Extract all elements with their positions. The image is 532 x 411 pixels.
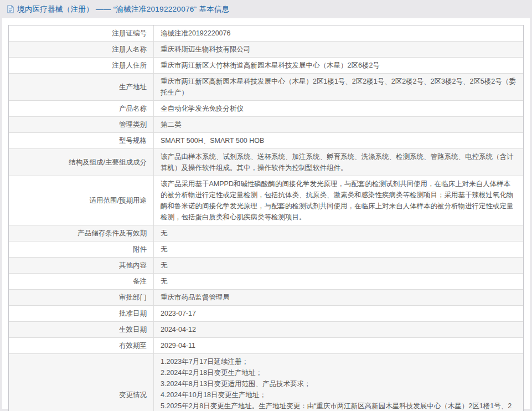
row-label: 管理类别 bbox=[9, 117, 154, 132]
row-label: 结构及组成/主要组成成分 bbox=[9, 149, 154, 176]
row-value: 该产品采用基于AMPPD和碱性磷酸酶的间接化学发光原理，与配套的检测试剂共同使用… bbox=[154, 176, 523, 225]
row-label: 适用范围/预期用途 bbox=[9, 176, 154, 225]
row-value: 重庆市两江新区高新园木星科技发展中心（木星）2区1楼1号、2区2楼1号、2区2楼… bbox=[154, 74, 523, 100]
row-other-content: 其他内容 无 bbox=[9, 257, 523, 273]
row-effective-date: 生效日期 2024-04-12 bbox=[9, 321, 523, 337]
document-icon bbox=[7, 5, 14, 13]
row-approval-department: 审批部门 重庆市药品监督管理局 bbox=[9, 289, 523, 305]
row-label: 产品名称 bbox=[9, 101, 154, 116]
row-register-no: 注册证编号 渝械注准20192220076 bbox=[9, 25, 523, 41]
row-label: 生效日期 bbox=[9, 322, 154, 337]
row-attachment: 附件 无 bbox=[9, 241, 523, 257]
row-registrant-name: 注册人名称 重庆科斯迈生物科技有限公司 bbox=[9, 41, 523, 57]
row-management-class: 管理类别 第二类 bbox=[9, 116, 523, 132]
row-value: 该产品由样本系统、试剂系统、送杯系统、加注系统、孵育系统、洗涤系统、检测系统、管… bbox=[154, 149, 523, 176]
row-label: 批准日期 bbox=[9, 306, 154, 321]
row-label: 型号规格 bbox=[9, 133, 154, 148]
row-value: 重庆市两江新区大竹林街道高新园木星科技发展中心（木星）2区6楼2号 bbox=[154, 58, 523, 73]
row-value: 无 bbox=[154, 258, 523, 273]
row-change-history: 变更情况 1.2023年7月17日延续注册； 2.2024年2月18日变更生产地… bbox=[9, 353, 523, 411]
row-remark: 备注 无 bbox=[9, 273, 523, 289]
row-value: 重庆科斯迈生物科技有限公司 bbox=[154, 42, 523, 57]
row-production-address: 生产地址 重庆市两江新区高新园木星科技发展中心（木星）2区1楼1号、2区2楼1号… bbox=[9, 73, 523, 100]
page-header: 境内医疗器械（注册） —— “渝械注准20192220076” 基本信息 bbox=[0, 0, 532, 18]
row-value: 渝械注准20192220076 bbox=[154, 25, 523, 41]
row-value: 1.2023年7月17日延续注册； 2.2024年2月18日变更生产地址； 3.… bbox=[154, 354, 523, 411]
row-label: 审批部门 bbox=[9, 290, 154, 305]
content-panel: 注册证编号 渝械注准20192220076 注册人名称 重庆科斯迈生物科技有限公… bbox=[2, 18, 530, 409]
row-label: 注册人住所 bbox=[9, 58, 154, 73]
row-label: 注册证编号 bbox=[9, 25, 154, 41]
row-structure-composition: 结构及组成/主要组成成分 该产品由样本系统、试剂系统、送杯系统、加注系统、孵育系… bbox=[9, 148, 523, 176]
row-value: 2029-04-11 bbox=[154, 338, 523, 353]
row-value: 2024-04-12 bbox=[154, 322, 523, 337]
row-value: 2023-07-17 bbox=[154, 306, 523, 321]
row-value: 全自动化学发光免疫分析仪 bbox=[154, 101, 523, 116]
row-expiry-date: 有效期至 2029-04-11 bbox=[9, 337, 523, 353]
row-approval-date: 批准日期 2023-07-17 bbox=[9, 305, 523, 321]
row-value: 第二类 bbox=[154, 117, 523, 132]
row-value: 无 bbox=[154, 274, 523, 289]
row-label: 变更情况 bbox=[9, 354, 154, 411]
row-value: 无 bbox=[154, 242, 523, 257]
row-registrant-address: 注册人住所 重庆市两江新区大竹林街道高新园木星科技发展中心（木星）2区6楼2号 bbox=[9, 57, 523, 73]
row-label: 备注 bbox=[9, 274, 154, 289]
row-label: 产品储存条件及有效期 bbox=[9, 225, 154, 241]
row-label: 注册人名称 bbox=[9, 42, 154, 57]
basic-info-table: 注册证编号 渝械注准20192220076 注册人名称 重庆科斯迈生物科技有限公… bbox=[8, 25, 524, 411]
row-label: 有效期至 bbox=[9, 338, 154, 353]
page-title: 境内医疗器械（注册） —— “渝械注准20192220076” 基本信息 bbox=[17, 4, 230, 14]
row-label: 附件 bbox=[9, 242, 154, 257]
row-storage-validity: 产品储存条件及有效期 无 bbox=[9, 225, 523, 241]
row-intended-use: 适用范围/预期用途 该产品采用基于AMPPD和碱性磷酸酶的间接化学发光原理，与配… bbox=[9, 176, 523, 225]
row-product-name: 产品名称 全自动化学发光免疫分析仪 bbox=[9, 100, 523, 116]
row-value: 无 bbox=[154, 225, 523, 241]
row-value: SMART 500H、SMART 500 HOB bbox=[154, 133, 523, 148]
row-model-spec: 型号规格 SMART 500H、SMART 500 HOB bbox=[9, 132, 523, 148]
row-label: 其他内容 bbox=[9, 258, 154, 273]
row-value: 重庆市药品监督管理局 bbox=[154, 290, 523, 305]
page: 境内医疗器械（注册） —— “渝械注准20192220076” 基本信息 注册证… bbox=[0, 0, 532, 411]
row-label: 生产地址 bbox=[9, 74, 154, 100]
